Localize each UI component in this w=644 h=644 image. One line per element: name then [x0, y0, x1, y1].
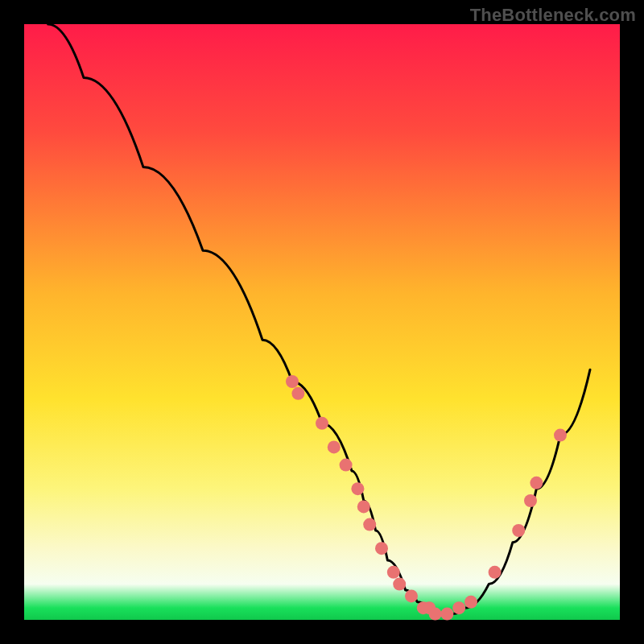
- curve-marker: [286, 375, 299, 388]
- curve-marker: [452, 601, 465, 614]
- curve-marker: [316, 417, 328, 430]
- curve-marker: [405, 589, 418, 602]
- curve-marker: [489, 566, 502, 579]
- plot-area: [24, 24, 620, 620]
- curve-marker: [387, 566, 400, 579]
- curve-marker: [363, 518, 376, 531]
- curve-layer: [24, 24, 620, 620]
- curve-marker: [464, 596, 477, 609]
- curve-marker: [340, 459, 353, 472]
- curve-marker: [429, 608, 442, 621]
- curve-marker: [328, 440, 341, 453]
- chart-stage: TheBottleneck.com: [0, 0, 644, 644]
- curve-marker: [530, 477, 543, 489]
- curve-marker: [375, 542, 388, 555]
- curve-marker: [524, 494, 537, 507]
- curve-marker: [291, 387, 304, 400]
- curve-marker: [393, 578, 406, 591]
- curve-marker: [512, 524, 525, 537]
- bottleneck-curve: [48, 24, 590, 614]
- curve-marker: [351, 482, 364, 495]
- curve-marker: [554, 429, 567, 442]
- curve-marker: [357, 500, 370, 513]
- watermark-text: TheBottleneck.com: [470, 5, 636, 26]
- curve-markers: [286, 375, 567, 621]
- curve-marker: [440, 608, 453, 621]
